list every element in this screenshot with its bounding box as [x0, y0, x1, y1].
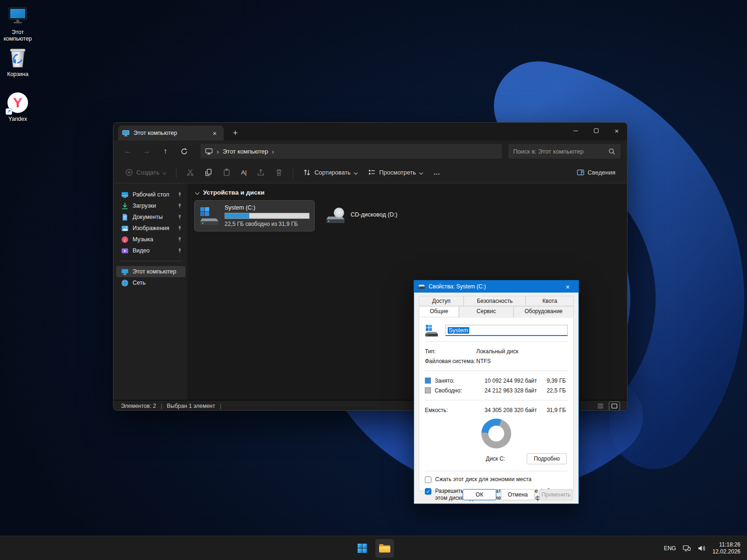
- type-value: Локальный диск: [476, 348, 568, 355]
- scissors-icon: [186, 168, 194, 176]
- copy-button[interactable]: [200, 166, 217, 179]
- thumbnail-view-toggle[interactable]: [609, 402, 620, 410]
- drive-c-tile[interactable]: System (C:) 22,5 ГБ свободно из 31,9 ГБ: [195, 201, 314, 231]
- share-button[interactable]: [253, 166, 269, 179]
- section-devices-and-drives[interactable]: Устройства и диски: [195, 189, 620, 196]
- chevron-down-icon[interactable]: [195, 190, 199, 195]
- breadcrumb-item[interactable]: Этот компьютер: [223, 148, 268, 155]
- capacity-size: 31,9 ГБ: [537, 407, 566, 413]
- search-input[interactable]: Поиск в: Этот компьютер: [508, 144, 620, 159]
- rename-button[interactable]: A|: [237, 166, 251, 179]
- refresh-icon[interactable]: [176, 144, 192, 159]
- copy-icon: [204, 168, 212, 176]
- close-button[interactable]: ×: [606, 123, 627, 139]
- used-size: 9,39 ГБ: [537, 378, 566, 384]
- tab-hardware[interactable]: Оборудование: [514, 306, 574, 318]
- monitor-icon: [122, 129, 130, 137]
- sidebar-item-music[interactable]: ♪ Музыка: [116, 234, 185, 245]
- view-button[interactable]: Просмотреть: [364, 166, 427, 179]
- compress-label: Сжать этот диск для экономии места: [435, 476, 531, 483]
- hard-drive-icon: [199, 206, 220, 226]
- pin-icon: [177, 248, 183, 253]
- explorer-navbar: ← → ↑ › Этот компьютер › Поиск в: Этот к…: [113, 140, 627, 162]
- dialog-titlebar[interactable]: Свойства: System (C:) ×: [414, 280, 578, 293]
- forward-icon[interactable]: →: [139, 144, 155, 159]
- tab-quota[interactable]: Квота: [526, 296, 574, 306]
- cancel-button[interactable]: Отмена: [501, 489, 535, 500]
- sidebar-separator: [119, 261, 183, 261]
- maximize-button[interactable]: [586, 123, 606, 139]
- volume-name-input[interactable]: System: [445, 325, 568, 336]
- music-icon: ♪: [121, 236, 129, 244]
- windows-logo-icon: [357, 543, 368, 554]
- dialog-close-icon[interactable]: ×: [561, 283, 575, 291]
- desktop-icon-recycle-bin[interactable]: Корзина: [0, 47, 35, 77]
- delete-button[interactable]: [271, 166, 287, 179]
- sidebar-item-network[interactable]: Сеть: [116, 277, 185, 288]
- used-bytes: 10 092 244 992 байт: [476, 378, 537, 384]
- tab-tools[interactable]: Сервис: [459, 306, 513, 318]
- new-tab-button[interactable]: +: [230, 128, 240, 138]
- free-swatch: [425, 387, 431, 393]
- details-button[interactable]: Подробно: [527, 453, 567, 464]
- sidebar-item-this-pc[interactable]: Этот компьютер: [116, 266, 185, 277]
- compress-checkbox[interactable]: ✓: [425, 476, 431, 483]
- sidebar-item-downloads[interactable]: Загрузки: [116, 200, 185, 211]
- dialog-tabs: Доступ Безопасность Квота Общие Сервис О…: [414, 293, 578, 318]
- clipboard-icon: [223, 168, 231, 176]
- cut-button[interactable]: [182, 166, 198, 179]
- desktop-icon: [121, 191, 129, 199]
- pin-icon: [177, 203, 183, 209]
- chevron-right-icon[interactable]: ›: [272, 147, 274, 155]
- start-button[interactable]: [353, 539, 372, 558]
- sidebar-item-pictures[interactable]: Изображения: [116, 223, 185, 234]
- view-icon: [368, 168, 376, 176]
- used-space-row: Занято: 10 092 244 992 байт 9,39 ГБ: [425, 376, 568, 385]
- search-icon[interactable]: [608, 147, 616, 155]
- desktop-icon-this-pc[interactable]: Этот компьютер: [0, 5, 35, 42]
- drive-icon: [425, 324, 439, 336]
- more-options-icon[interactable]: ...: [429, 166, 445, 179]
- drive-usage-bar: [225, 213, 310, 219]
- breadcrumb[interactable]: › Этот компьютер ›: [200, 144, 502, 159]
- sidebar-item-documents[interactable]: Документы: [116, 211, 185, 223]
- ok-button[interactable]: ОК: [463, 489, 496, 500]
- up-icon[interactable]: ↑: [157, 144, 173, 159]
- explorer-tabstrip[interactable]: Этот компьютер × + ×: [113, 123, 627, 140]
- create-button[interactable]: Создать: [121, 166, 170, 179]
- capacity-row: Емкость: 34 305 208 320 байт 31,9 ГБ: [425, 405, 568, 415]
- list-view-toggle[interactable]: [595, 402, 606, 410]
- svg-text:Y: Y: [13, 95, 22, 110]
- sort-button[interactable]: Сортировать: [299, 166, 362, 179]
- desktop-icon-yandex[interactable]: Y ↗ Yandex: [0, 91, 35, 122]
- videos-icon: [121, 247, 129, 255]
- tab-title: Этот компьютер: [134, 130, 206, 136]
- chevron-right-icon: ›: [217, 147, 219, 155]
- compress-checkbox-row[interactable]: ✓ Сжать этот диск для экономии места: [425, 476, 568, 483]
- thumbnail-view-icon: [611, 403, 618, 409]
- tab-access[interactable]: Доступ: [419, 296, 464, 306]
- taskbar-file-explorer[interactable]: [375, 539, 394, 558]
- sidebar-item-desktop[interactable]: Рабочий стол: [116, 189, 185, 200]
- minimize-button[interactable]: [565, 123, 586, 139]
- paste-button[interactable]: [218, 166, 235, 179]
- apply-button[interactable]: Применить: [539, 489, 573, 500]
- capacity-bytes: 34 305 208 320 байт: [476, 407, 537, 413]
- details-pane-button[interactable]: Сведения: [572, 166, 620, 179]
- disk-label: Диск C:: [425, 455, 527, 462]
- desktop-icon-label: Этот компьютер: [0, 29, 35, 42]
- sidebar-item-videos[interactable]: Видео: [116, 245, 185, 256]
- pin-icon: [177, 237, 183, 242]
- tab-security[interactable]: Безопасность: [464, 296, 526, 306]
- svg-text:♪: ♪: [124, 237, 126, 242]
- tab-close-icon[interactable]: ×: [210, 128, 220, 138]
- explorer-tab[interactable]: Этот компьютер ×: [118, 126, 224, 140]
- share-icon: [257, 168, 265, 176]
- desktop-icon-label: Yandex: [0, 116, 35, 122]
- tab-general[interactable]: Общие: [419, 306, 459, 318]
- drive-d-tile[interactable]: CD-дисковод (D:): [321, 203, 402, 228]
- properties-dialog: Свойства: System (C:) × Доступ Безопасно…: [414, 280, 579, 504]
- back-icon[interactable]: ←: [120, 144, 136, 159]
- desktop-icon-label: Корзина: [0, 71, 35, 77]
- this-pc-icon: [7, 5, 29, 27]
